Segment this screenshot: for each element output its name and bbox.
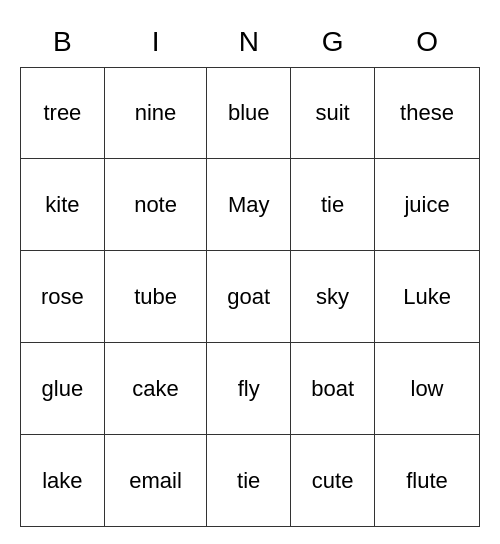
bingo-cell-1-2: May <box>207 159 291 251</box>
bingo-cell-4-4: flute <box>375 435 480 527</box>
header-cell-i: I <box>104 17 207 67</box>
bingo-cell-0-2: blue <box>207 67 291 159</box>
table-row: lakeemailtiecuteflute <box>21 435 480 527</box>
bingo-cell-2-2: goat <box>207 251 291 343</box>
table-row: gluecakeflyboatlow <box>21 343 480 435</box>
header-cell-b: B <box>21 17 105 67</box>
bingo-cell-3-2: fly <box>207 343 291 435</box>
header-row: BINGO <box>21 17 480 67</box>
bingo-cell-2-1: tube <box>104 251 207 343</box>
bingo-table: BINGO treeninebluesuitthesekitenoteMayti… <box>20 17 480 527</box>
header-cell-g: G <box>291 17 375 67</box>
bingo-cell-4-3: cute <box>291 435 375 527</box>
bingo-cell-4-1: email <box>104 435 207 527</box>
table-row: kitenoteMaytiejuice <box>21 159 480 251</box>
bingo-cell-1-3: tie <box>291 159 375 251</box>
bingo-cell-3-1: cake <box>104 343 207 435</box>
bingo-cell-1-1: note <box>104 159 207 251</box>
bingo-cell-2-4: Luke <box>375 251 480 343</box>
table-row: treeninebluesuitthese <box>21 67 480 159</box>
bingo-cell-1-4: juice <box>375 159 480 251</box>
bingo-cell-1-0: kite <box>21 159 105 251</box>
bingo-cell-3-3: boat <box>291 343 375 435</box>
bingo-cell-3-4: low <box>375 343 480 435</box>
bingo-cell-4-2: tie <box>207 435 291 527</box>
bingo-cell-2-0: rose <box>21 251 105 343</box>
bingo-cell-0-3: suit <box>291 67 375 159</box>
bingo-cell-0-4: these <box>375 67 480 159</box>
header-cell-n: N <box>207 17 291 67</box>
bingo-cell-0-1: nine <box>104 67 207 159</box>
bingo-cell-3-0: glue <box>21 343 105 435</box>
table-row: rosetubegoatskyLuke <box>21 251 480 343</box>
header-cell-o: O <box>375 17 480 67</box>
bingo-cell-0-0: tree <box>21 67 105 159</box>
bingo-cell-2-3: sky <box>291 251 375 343</box>
bingo-cell-4-0: lake <box>21 435 105 527</box>
bingo-card: BINGO treeninebluesuitthesekitenoteMayti… <box>20 17 480 527</box>
